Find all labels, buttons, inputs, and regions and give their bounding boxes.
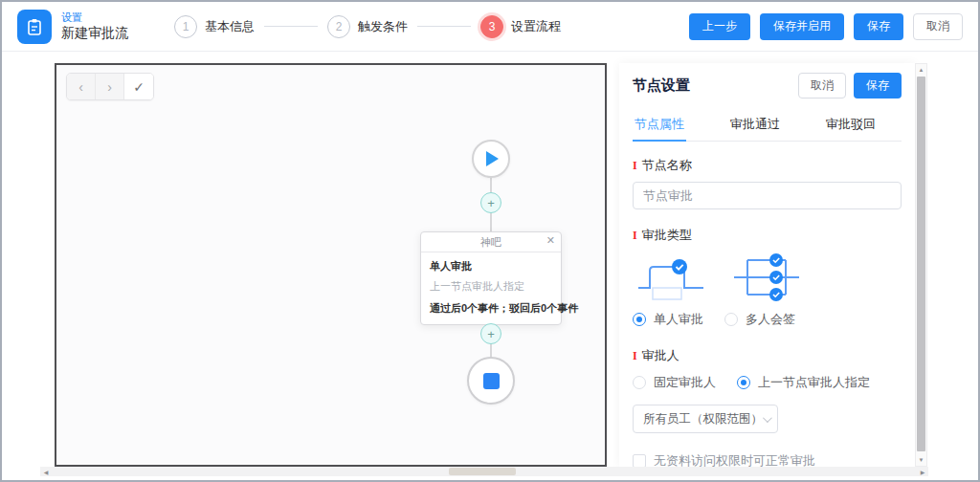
save-enable-button[interactable]: 保存并启用 [760,13,844,40]
approval-node-title: 神吧 [480,235,501,250]
step-connector [264,26,318,27]
app-label: 设置 [61,11,128,25]
redo-button[interactable]: › [96,74,124,99]
clipboard-icon [25,17,44,36]
canvas-toolbar: ‹ › ✓ [66,73,154,100]
start-node[interactable] [472,140,510,178]
approver-label-row: I 审批人 [633,347,902,364]
approver-field: I 审批人 固定审批人 上一节点审批人指定 所有员工（权限范围） 无资料访问权限… [633,347,902,467]
no-permission-checkbox[interactable] [633,454,646,467]
approval-node-type: 单人审批 [430,259,552,274]
required-mark: I [633,229,637,243]
approval-type-label: 审批类型 [642,227,692,244]
radio-single-approval[interactable] [633,313,646,326]
confirm-layout-button[interactable]: ✓ [124,74,153,99]
multi-countersign-label: 多人会签 [746,311,795,328]
add-node-button-bottom[interactable]: + [480,323,501,344]
save-button[interactable]: 保存 [854,13,903,40]
panel-actions: 取消 保存 [798,73,902,99]
panel-header: 节点设置 取消 保存 [633,73,902,99]
scroll-down-button[interactable]: ▼ [916,454,926,466]
plus-icon: + [487,327,495,341]
scroll-up-button[interactable]: ▲ [916,64,926,76]
top-bar: 设置 新建审批流 1 基本信息 2 触发条件 3 设置流程 上一步 保存并启用 … [2,2,978,52]
approver-scope-select[interactable]: 所有员工（权限范围） [633,405,778,433]
add-node-button-top[interactable]: + [480,192,501,213]
node-name-label: 节点名称 [642,157,692,174]
single-approval-label: 单人审批 [654,311,703,328]
node-name-field: I 节点名称 [633,157,902,209]
close-icon[interactable]: ✕ [546,235,555,246]
step-1-label: 基本信息 [205,18,255,35]
approval-node-card-body: 单人审批 上一节点审批人指定 通过后0个事件；驳回后0个事件 [421,252,561,324]
approval-node-approver: 上一节点审批人指定 [430,279,552,294]
panel-save-button[interactable]: 保存 [854,73,902,99]
top-actions: 上一步 保存并启用 保存 取消 [689,13,963,40]
prev-step-button[interactable]: 上一步 [689,13,750,40]
step-3-label: 设置流程 [511,18,561,35]
approval-type-icons [636,253,902,301]
scroll-up-icon: ▲ [919,67,924,73]
page-horizontal-scrollbar[interactable]: ◀ ▶ [40,467,928,476]
approver-label: 审批人 [642,347,679,364]
approver-options: 固定审批人 上一节点审批人指定 [633,374,902,391]
approval-type-field: I 审批类型 [633,227,902,328]
panel-title: 节点设置 [633,77,690,95]
chevron-left-icon: ‹ [78,79,83,95]
panel-cancel-button[interactable]: 取消 [798,73,846,99]
approval-type-label-row: I 审批类型 [633,227,902,244]
multi-countersign-icon[interactable] [732,253,801,301]
vertical-scrollbar-thumb[interactable] [917,77,925,451]
fixed-approver-label: 固定审批人 [654,374,716,391]
step-2-label: 触发条件 [358,18,408,35]
scroll-left-icon: ◀ [44,469,49,475]
node-name-input[interactable] [633,182,902,209]
approval-type-options: 单人审批 多人会签 [633,311,902,328]
step-2-circle: 2 [327,15,350,38]
horizontal-scrollbar-thumb[interactable] [449,468,516,475]
tab-approval-pass[interactable]: 审批通过 [728,112,782,141]
scroll-left-button[interactable]: ◀ [40,467,52,476]
tab-node-properties[interactable]: 节点属性 [633,112,686,141]
approval-node-card[interactable]: 神吧 ✕ 单人审批 上一节点审批人指定 通过后0个事件；驳回后0个事件 [420,231,562,325]
clipboard-app-icon [17,10,52,44]
radio-prev-node-approver[interactable] [737,376,750,389]
stepper: 1 基本信息 2 触发条件 3 设置流程 [174,15,570,38]
stop-icon [483,373,500,389]
undo-button[interactable]: ‹ [67,74,96,99]
node-name-label-row: I 节点名称 [633,157,902,174]
chevron-down-icon [763,413,772,423]
step-3-circle: 3 [480,15,503,38]
panel-vertical-scrollbar[interactable]: ▲ ▼ [915,63,927,467]
node-settings-panel: 节点设置 取消 保存 节点属性 审批通过 审批驳回 I 节点名称 I 审批类型 [619,63,915,467]
required-mark: I [633,159,637,173]
no-permission-label: 无资料访问权限时可正常审批 [654,452,815,467]
approval-node-events: 通过后0个事件；驳回后0个事件 [430,301,552,316]
no-permission-check-row: 无资料访问权限时可正常审批 [633,452,902,467]
approval-node-card-header: 神吧 ✕ [421,232,561,252]
cancel-button[interactable]: 取消 [913,13,963,40]
radio-multi-countersign[interactable] [724,313,738,326]
approval-flow-editor-window: 设置 新建审批流 1 基本信息 2 触发条件 3 设置流程 上一步 保存并启用 … [0,0,980,482]
chevron-right-icon: › [107,79,112,95]
scroll-down-icon: ▼ [919,457,924,463]
scroll-right-button[interactable]: ▶ [917,467,928,476]
step-1-circle: 1 [174,15,197,38]
tab-approval-reject[interactable]: 审批驳回 [824,112,878,141]
check-icon: ✓ [133,79,145,95]
panel-tabs: 节点属性 审批通过 审批驳回 [633,112,902,142]
plus-icon: + [487,196,495,210]
required-mark: I [633,349,637,363]
radio-fixed-approver[interactable] [633,376,646,389]
single-approval-icon[interactable] [636,257,705,301]
prev-node-approver-label: 上一节点审批人指定 [758,374,870,391]
play-icon [486,151,499,166]
approver-scope-value: 所有员工（权限范围） [643,411,763,427]
end-node[interactable] [467,357,515,405]
page-title: 新建审批流 [61,25,128,42]
title-block: 设置 新建审批流 [61,11,128,41]
scroll-right-icon: ▶ [921,469,925,475]
step-connector [417,26,471,27]
flow-canvas[interactable]: ‹ › ✓ + 神吧 ✕ 单人审批 上一节点审批人指定 通过后0个事件；驳回后0… [55,63,607,467]
